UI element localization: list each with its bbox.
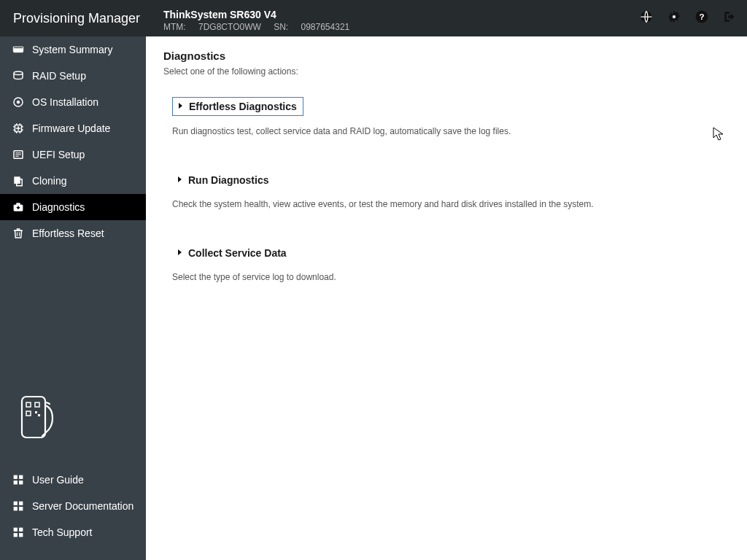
grid-icon [12, 499, 25, 513]
sidebar-item-tech-support[interactable]: Tech Support [0, 519, 146, 545]
svg-point-1 [673, 15, 676, 18]
option-run-diagnostics: Run Diagnostics Check the system health,… [172, 171, 729, 209]
option-desc: Run diagnostics test, collect service da… [172, 126, 729, 136]
sidebar-item-label: Firmware Update [32, 122, 110, 134]
svg-point-8 [17, 101, 20, 104]
sidebar-item-label: Diagnostics [32, 201, 85, 213]
sidebar-item-label: Tech Support [32, 526, 93, 538]
grid-icon [12, 526, 25, 539]
option-header-collect-service-data[interactable]: Collect Service Data [172, 244, 293, 262]
mtm-value: 7DG8CTO0WW [198, 22, 261, 32]
chevron-right-icon [176, 101, 185, 112]
svg-rect-29 [14, 528, 18, 532]
sidebar-bottom-links: User Guide Server Documentation Tech Sup… [0, 467, 146, 545]
sidebar-item-label: RAID Setup [32, 70, 86, 82]
disc-icon [12, 96, 25, 109]
sidebar-item-label: Server Documentation [32, 500, 133, 512]
trash-icon [12, 227, 25, 240]
svg-rect-17 [35, 402, 39, 407]
option-collect-service-data: Collect Service Data Select the type of … [172, 244, 729, 282]
svg-point-6 [14, 71, 23, 75]
svg-rect-32 [20, 534, 23, 537]
svg-rect-20 [38, 414, 40, 416]
svg-rect-5 [13, 47, 23, 48]
exit-icon[interactable] [722, 9, 737, 27]
page-subtitle: Select one of the following actions: [163, 66, 729, 77]
help-icon[interactable]: ? [694, 9, 709, 27]
sidebar-item-label: Cloning [32, 175, 66, 187]
sn-label: SN: [274, 22, 288, 32]
header-bar: Provisioning Manager ThinkSystem SR630 V… [0, 0, 747, 36]
svg-rect-27 [14, 508, 18, 511]
sidebar-item-raid-setup[interactable]: RAID Setup [0, 63, 146, 89]
system-name: ThinkSystem SR630 V4 [163, 9, 349, 20]
grid-icon [12, 473, 25, 486]
chevron-right-icon [175, 247, 184, 259]
svg-rect-30 [20, 528, 23, 532]
sidebar-item-uefi-setup[interactable]: UEFI Setup [0, 141, 146, 168]
option-title: Effortless Diagnostics [189, 101, 297, 112]
brand-title: Provisioning Manager [0, 11, 146, 26]
sidebar-nav: System Summary RAID Setup OS Installatio… [0, 36, 146, 246]
svg-rect-16 [26, 402, 31, 407]
svg-rect-25 [14, 502, 18, 505]
sn-value: 0987654321 [301, 22, 350, 32]
system-info: ThinkSystem SR630 V4 MTM: 7DG8CTO0WW SN:… [146, 4, 349, 32]
sidebar-item-firmware-update[interactable]: Firmware Update [0, 115, 146, 141]
svg-rect-14 [17, 203, 20, 205]
svg-rect-19 [35, 411, 37, 413]
option-desc: Select the type of service log to downlo… [172, 272, 729, 282]
page-title: Diagnostics [163, 50, 729, 62]
option-title: Run Diagnostics [188, 174, 268, 186]
sidebar-item-system-summary[interactable]: System Summary [0, 36, 146, 63]
sidebar: System Summary RAID Setup OS Installatio… [0, 36, 146, 560]
main-panel: Diagnostics Select one of the following … [146, 36, 747, 560]
list-icon [12, 148, 25, 161]
raid-icon [12, 69, 25, 82]
sidebar-item-effortless-reset[interactable]: Effortless Reset [0, 220, 146, 246]
sidebar-item-label: UEFI Setup [32, 149, 85, 160]
sidebar-item-label: Effortless Reset [32, 228, 104, 239]
sidebar-item-user-guide[interactable]: User Guide [0, 467, 146, 493]
svg-rect-26 [20, 502, 23, 505]
svg-rect-15 [22, 397, 45, 438]
svg-rect-28 [20, 508, 23, 511]
sidebar-item-cloning[interactable]: Cloning [0, 168, 146, 194]
option-desc: Check the system health, view active eve… [172, 199, 729, 209]
mtm-label: MTM: [163, 22, 186, 32]
copy-icon [12, 174, 25, 187]
sidebar-item-diagnostics[interactable]: Diagnostics [0, 194, 146, 220]
sidebar-item-label: User Guide [32, 474, 84, 486]
chevron-right-icon [175, 174, 184, 186]
option-header-run-diagnostics[interactable]: Run Diagnostics [172, 171, 274, 189]
option-effortless-diagnostics: Effortless Diagnostics Run diagnostics t… [172, 97, 729, 136]
svg-rect-23 [14, 481, 18, 485]
chip-icon [12, 122, 25, 135]
svg-rect-31 [14, 534, 18, 537]
system-subinfo: MTM: 7DG8CTO0WW SN: 0987654321 [163, 22, 349, 32]
sidebar-item-os-installation[interactable]: OS Installation [0, 89, 146, 115]
header-actions: ? [639, 0, 737, 36]
svg-text:?: ? [699, 12, 704, 21]
summary-icon [12, 43, 25, 56]
sidebar-item-label: System Summary [32, 44, 112, 55]
medkit-icon [12, 201, 25, 214]
globe-icon[interactable] [639, 9, 654, 27]
svg-rect-24 [20, 481, 23, 485]
sidebar-item-label: OS Installation [32, 96, 98, 108]
qr-phone-icon [13, 392, 58, 451]
option-header-effortless-diagnostics[interactable]: Effortless Diagnostics [172, 97, 303, 116]
svg-rect-21 [14, 475, 18, 479]
sidebar-item-server-documentation[interactable]: Server Documentation [0, 493, 146, 519]
gear-icon[interactable] [667, 9, 681, 27]
svg-rect-22 [20, 475, 23, 479]
option-title: Collect Service Data [188, 247, 287, 259]
svg-rect-18 [26, 411, 31, 416]
